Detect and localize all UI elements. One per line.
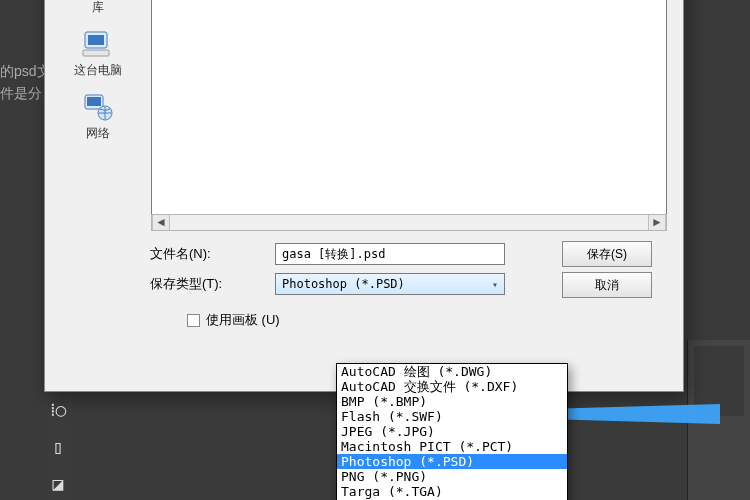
network-icon (81, 93, 115, 123)
place-this-pc[interactable]: 这台电脑 (61, 30, 135, 85)
filename-label: 文件名(N): (150, 245, 275, 263)
filename-input[interactable] (275, 243, 505, 265)
chevron-down-icon: ▾ (492, 279, 498, 290)
tool-icon[interactable]: ◪ (53, 473, 64, 494)
save-button[interactable]: 保存(S) (562, 241, 652, 267)
filetype-option[interactable]: AutoCAD 交换文件 (*.DXF) (337, 379, 567, 394)
tool-icon[interactable]: ⁞○ (50, 399, 67, 420)
filetype-option[interactable]: JPEG (*.JPG) (337, 424, 567, 439)
cancel-button[interactable]: 取消 (562, 272, 652, 298)
places-bar: 库 这台电脑 网络 (61, 0, 135, 259)
file-list-area[interactable] (151, 0, 667, 215)
place-library[interactable]: 库 (61, 0, 135, 22)
filetype-selected-text: Photoshop (*.PSD) (282, 277, 405, 291)
svg-rect-4 (83, 50, 109, 56)
save-as-dialog: 库 这台电脑 网络 ◄ ► 文件名(N): 保存类型(T): Photoshop… (44, 0, 684, 392)
filetype-option[interactable]: PNG (*.PNG) (337, 469, 567, 484)
place-network[interactable]: 网络 (61, 93, 135, 148)
file-list-hscrollbar[interactable]: ◄ ► (151, 214, 667, 231)
place-label: 网络 (86, 125, 110, 142)
filetype-option[interactable]: Photoshop (*.PSD) (337, 454, 567, 469)
panel-inner (694, 346, 744, 416)
ai-right-panel (687, 340, 750, 500)
filetype-option[interactable]: Targa (*.TGA) (337, 484, 567, 499)
filetype-option[interactable]: Flash (*.SWF) (337, 409, 567, 424)
filetype-option[interactable]: BMP (*.BMP) (337, 394, 567, 409)
filetype-select[interactable]: Photoshop (*.PSD) ▾ (275, 273, 505, 295)
use-artboard-checkbox[interactable] (187, 314, 200, 327)
use-artboard-label: 使用画板 (U) (206, 311, 280, 329)
svg-rect-3 (88, 35, 104, 45)
filetype-label: 保存类型(T): (150, 275, 275, 293)
place-label: 这台电脑 (74, 62, 122, 79)
scroll-right-arrow-icon[interactable]: ► (648, 215, 666, 230)
computer-icon (81, 30, 115, 60)
tool-icon[interactable]: ▯ (53, 436, 64, 457)
svg-rect-6 (87, 97, 101, 106)
place-label: 库 (92, 0, 104, 16)
filetype-option[interactable]: AutoCAD 绘图 (*.DWG) (337, 364, 567, 379)
filetype-dropdown-list[interactable]: AutoCAD 绘图 (*.DWG)AutoCAD 交换文件 (*.DXF)BM… (336, 363, 568, 500)
use-artboard-row[interactable]: 使用画板 (U) (187, 311, 280, 329)
filetype-option[interactable]: Macintosh PICT (*.PCT) (337, 439, 567, 454)
ai-left-toolbar: ⁞○ ▯ ◪ ▭ ✎ (44, 395, 72, 500)
scroll-left-arrow-icon[interactable]: ◄ (152, 215, 170, 230)
